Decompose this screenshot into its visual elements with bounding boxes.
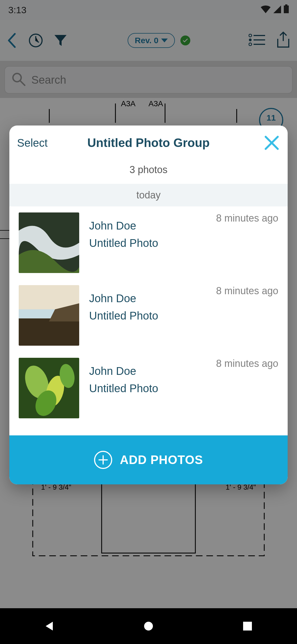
photo-row[interactable]: John Doe Untitled Photo 8 minutes ago [9, 206, 288, 279]
add-photos-button[interactable]: ADD PHOTOS [9, 435, 288, 484]
android-nav-bar [0, 608, 297, 644]
close-icon [264, 135, 279, 151]
photo-timestamp: 8 minutes ago [216, 212, 278, 224]
svg-point-50 [144, 622, 153, 631]
photo-timestamp: 8 minutes ago [216, 285, 278, 297]
nav-recent-button[interactable] [241, 620, 254, 633]
photo-timestamp: 8 minutes ago [216, 358, 278, 369]
photo-title: Untitled Photo [89, 310, 278, 322]
photo-row[interactable]: John Doe Untitled Photo 8 minutes ago [9, 352, 288, 424]
nav-back-button[interactable] [43, 620, 56, 633]
photo-thumbnail[interactable] [19, 358, 79, 418]
close-button[interactable] [263, 135, 280, 151]
modal-header: Select Untitled Photo Group [9, 125, 288, 160]
svg-rect-44 [19, 318, 79, 346]
add-photos-label: ADD PHOTOS [120, 453, 203, 467]
svg-rect-51 [243, 622, 252, 631]
modal-title: Untitled Photo Group [87, 136, 210, 150]
photo-thumbnail[interactable] [19, 212, 79, 273]
photo-group-modal: Select Untitled Photo Group 3 photos tod… [9, 125, 288, 484]
section-header-today: today [9, 184, 288, 206]
plus-circle-icon [94, 451, 112, 469]
nav-home-button[interactable] [142, 620, 155, 633]
photo-row[interactable]: John Doe Untitled Photo 8 minutes ago [9, 279, 288, 352]
photo-count-label: 3 photos [9, 160, 288, 184]
photo-title: Untitled Photo [89, 382, 278, 395]
photo-title: Untitled Photo [89, 237, 278, 249]
photo-thumbnail[interactable] [19, 285, 79, 346]
select-button[interactable]: Select [17, 137, 48, 149]
